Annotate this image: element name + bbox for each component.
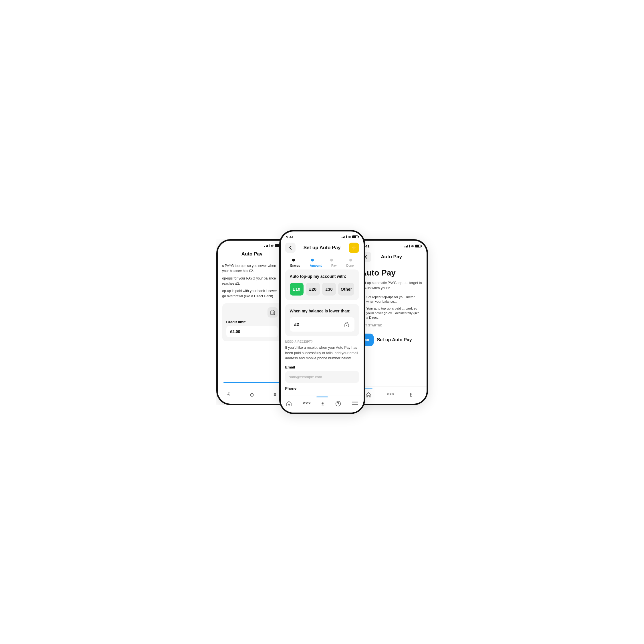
- credit-limit-card: Credit limit £2.00: [222, 303, 282, 341]
- center-status-bar: 9:41 ⊛: [281, 231, 364, 240]
- topup-card-title: Auto top-up my account with:: [290, 274, 354, 279]
- step-label-done: Done: [346, 264, 354, 267]
- get-started-label: GET STARTED: [361, 324, 422, 327]
- lock-icon: [344, 321, 350, 328]
- balance-value: £2: [294, 322, 299, 327]
- amount-options: £10 £20 £30 Other: [290, 283, 354, 296]
- lock-svg: [344, 322, 349, 327]
- amount-20-button[interactable]: £20: [306, 283, 320, 296]
- svg-point-13: [338, 405, 338, 405]
- right-nav-title: Auto Pay: [381, 254, 402, 260]
- center-signal-icon: [342, 235, 347, 238]
- step-label-amount: Amount: [310, 264, 322, 267]
- center-nav-items: £: [281, 398, 364, 413]
- home-icon: [286, 401, 292, 407]
- nav-account[interactable]: £: [318, 400, 328, 408]
- signal-icon: [264, 244, 270, 247]
- nav-item-menu[interactable]: ≡: [270, 391, 280, 399]
- step-dot-amount: [311, 259, 314, 261]
- right-content: Auto Pay Set up automatic PAYG top-u... …: [356, 265, 427, 386]
- steps-container: Energy Amount Pay Done: [281, 256, 364, 270]
- left-body-2: op-ups for your PAYG your balance reache…: [222, 276, 282, 286]
- scene: ⊛ Auto Pay c PAYG top-ups so you never w…: [171, 219, 474, 425]
- account-icon: £: [321, 401, 324, 407]
- svg-point-6: [346, 325, 347, 326]
- right-nav-journey[interactable]: [383, 391, 398, 399]
- hamburger-icon: [352, 401, 358, 405]
- step-label-energy: Energy: [290, 264, 300, 267]
- right-main-title: Auto Pay: [361, 268, 422, 278]
- receipt-description: If you'd like a receipt when your Auto P…: [285, 345, 359, 361]
- menu-icon: ≡: [274, 392, 277, 398]
- svg-point-18: [390, 393, 391, 395]
- right-wifi-icon: ⊛: [411, 244, 414, 248]
- nav-journey[interactable]: [300, 400, 314, 408]
- center-status-icons: ⊛: [342, 235, 358, 239]
- right-journey-icon: [387, 392, 394, 396]
- center-time: 9:41: [286, 235, 294, 239]
- svg-point-7: [303, 402, 304, 404]
- nav-help[interactable]: [332, 400, 344, 408]
- center-content: Auto top-up my account with: £10 £20 £30…: [281, 270, 364, 395]
- svg-point-9: [309, 402, 310, 404]
- step-line-3: [333, 260, 349, 260]
- checklist-text-1: Set repeat top-ups for yo... meter when …: [366, 295, 422, 304]
- help-icon: ⊙: [250, 392, 254, 398]
- right-status-icons: ⊛: [405, 244, 421, 248]
- phone-center: 9:41 ⊛ Set up Auto Pay ⚡: [279, 230, 365, 414]
- credit-limit-row: [226, 307, 278, 318]
- left-body-3: op-up is paid with your bank ll never go…: [222, 288, 282, 299]
- svg-point-17: [387, 393, 388, 395]
- balance-input-row: £2: [290, 317, 354, 332]
- checklist-item-1: ✓ Set repeat top-ups for yo... meter whe…: [361, 295, 422, 304]
- email-input[interactable]: sam@example.com: [285, 371, 359, 383]
- delete-button[interactable]: [267, 307, 278, 318]
- setup-btn-label: Set up Auto Pay: [377, 337, 412, 342]
- right-account-icon: £: [410, 392, 413, 398]
- journey-icon: [303, 401, 310, 405]
- svg-point-19: [393, 393, 394, 395]
- back-arrow-icon: [289, 245, 292, 250]
- nav-item-pound[interactable]: £: [224, 391, 234, 399]
- trash-icon: [270, 310, 275, 315]
- amount-other-button[interactable]: Other: [338, 283, 354, 296]
- setup-btn-row[interactable]: ∞ Set up Auto Pay: [361, 334, 422, 346]
- action-button[interactable]: ⚡: [349, 243, 359, 253]
- step-line-1: [295, 260, 311, 260]
- right-signal-icon: [405, 245, 410, 247]
- email-field-label: Email: [285, 365, 359, 369]
- left-bottom-nav: [218, 381, 286, 389]
- svg-point-8: [306, 402, 307, 404]
- nav-item-help[interactable]: ⊙: [246, 391, 257, 399]
- phone-right: 9:41 ⊛ Auto Pay: [356, 239, 428, 405]
- pound-icon: £: [227, 392, 230, 398]
- nav-home[interactable]: [283, 400, 295, 408]
- receipt-section-label: NEED A RECEIPT?: [285, 340, 359, 343]
- amount-30-button[interactable]: £30: [322, 283, 336, 296]
- center-nav-header: Set up Auto Pay ⚡: [281, 240, 364, 256]
- center-bottom-nav: £: [281, 395, 364, 413]
- checklist-text-2: Your auto top-up is paid ... card, so yo…: [366, 306, 422, 320]
- left-content: c PAYG top-ups so you never when your ba…: [218, 260, 286, 381]
- right-body-text: Set up automatic PAYG top-u... forget to…: [361, 280, 422, 291]
- checklist-item-2: ✓ Your auto top-up is paid ... card, so …: [361, 306, 422, 320]
- left-body-1: c PAYG top-ups so you never when your ba…: [222, 263, 282, 274]
- right-nav-header: Auto Pay: [356, 249, 427, 265]
- left-nav-header: Auto Pay: [218, 249, 286, 260]
- back-button[interactable]: [285, 243, 296, 253]
- left-status-bar: ⊛: [218, 241, 286, 249]
- step-dot-done: [349, 259, 352, 261]
- amount-10-button[interactable]: £10: [290, 283, 304, 296]
- center-battery-icon: [352, 235, 358, 238]
- steps-labels: Energy Amount Pay Done: [286, 264, 358, 270]
- center-wifi-icon: ⊛: [348, 235, 351, 239]
- right-nav-account[interactable]: £: [406, 391, 416, 399]
- phone-field-label: Phone: [285, 386, 359, 391]
- right-status-bar: 9:41 ⊛: [356, 241, 427, 249]
- balance-card: When my balance is lower than: £2: [285, 304, 359, 336]
- right-back-arrow-icon: [365, 255, 368, 259]
- lightning-icon: ⚡: [351, 245, 357, 251]
- right-bottom-nav: £: [356, 386, 427, 404]
- nav-menu[interactable]: [349, 400, 361, 408]
- credit-limit-label: Credit limit: [226, 320, 278, 324]
